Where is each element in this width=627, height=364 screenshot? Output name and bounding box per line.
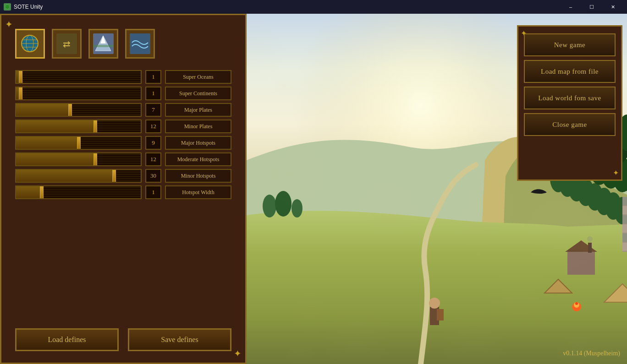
svg-text:⇄: ⇄ [63,39,71,49]
hotspot-width-slider[interactable] [15,185,142,199]
slider-row-super-oceans: 1 Super Oceans [15,70,231,84]
titlebar: SOTE Unity – ☐ ✕ [0,0,627,14]
svg-point-0 [5,5,10,9]
super-continents-label: Super Continents [165,87,231,100]
maximize-button[interactable]: ☐ [581,0,602,14]
minor-plates-slider[interactable] [15,120,142,133]
major-plates-value: 7 [145,103,161,117]
super-continents-slider[interactable] [15,87,142,100]
tab-mountain[interactable] [88,29,118,59]
icon-tabs: ⇄ [15,29,231,59]
moderate-hotspots-slider[interactable] [15,152,142,166]
bottom-buttons: Load defines Save defines [15,328,231,351]
major-hotspots-value: 9 [145,136,161,150]
right-panel: New game Load map from file Load world f… [517,25,622,181]
super-oceans-label: Super Oceans [165,70,231,84]
super-oceans-slider[interactable] [15,70,142,84]
tab-globe[interactable] [15,29,45,59]
minor-hotspots-label: Minor Hotspots [165,169,231,183]
super-continents-value: 1 [145,87,161,100]
minimize-button[interactable]: – [560,0,581,14]
load-defines-button[interactable]: Load defines [15,328,119,351]
load-map-button[interactable]: Load map from file [524,60,616,83]
new-game-button[interactable]: New game [524,33,616,56]
version-text: v0.1.14 (Muspelheim) [563,350,620,357]
save-defines-button[interactable]: Save defines [128,328,231,351]
major-hotspots-label: Major Hotspots [165,136,231,150]
tab-water[interactable] [125,29,155,59]
svg-rect-11 [93,45,114,47]
slider-row-moderate-hotspots: 12 Moderate Hotspots [15,152,231,166]
moderate-hotspots-value: 12 [145,152,161,166]
slider-row-minor-hotspots: 30 Minor Hotspots [15,169,231,183]
left-panel: ⇄ [0,14,247,364]
window-controls: – ☐ ✕ [560,0,623,14]
slider-row-major-hotspots: 9 Major Hotspots [15,136,231,150]
sliders-section: 1 Super Oceans 1 Super Continents [15,70,231,199]
minor-plates-label: Minor Plates [165,120,231,133]
minor-hotspots-value: 30 [145,169,161,183]
major-plates-slider[interactable] [15,103,142,117]
hotspot-width-value: 1 [145,185,161,199]
close-window-button[interactable]: ✕ [602,0,623,14]
slider-row-hotspot-width: 1 Hotspot Width [15,185,231,199]
major-hotspots-slider[interactable] [15,136,142,150]
super-oceans-value: 1 [145,70,161,84]
close-game-button[interactable]: Close game [524,113,616,136]
slider-row-minor-plates: 12 Minor Plates [15,120,231,133]
minor-plates-value: 12 [145,120,161,133]
minor-hotspots-slider[interactable] [15,169,142,183]
tab-arrows[interactable]: ⇄ [52,29,82,59]
window-title: SOTE Unity [14,4,560,10]
hotspot-width-label: Hotspot Width [165,185,231,199]
slider-row-super-continents: 1 Super Continents [15,87,231,100]
moderate-hotspots-label: Moderate Hotspots [165,152,231,166]
load-world-button[interactable]: Load world fom save [524,87,616,109]
major-plates-label: Major Plates [165,103,231,117]
app-icon [4,3,11,11]
slider-row-major-plates: 7 Major Plates [15,103,231,117]
